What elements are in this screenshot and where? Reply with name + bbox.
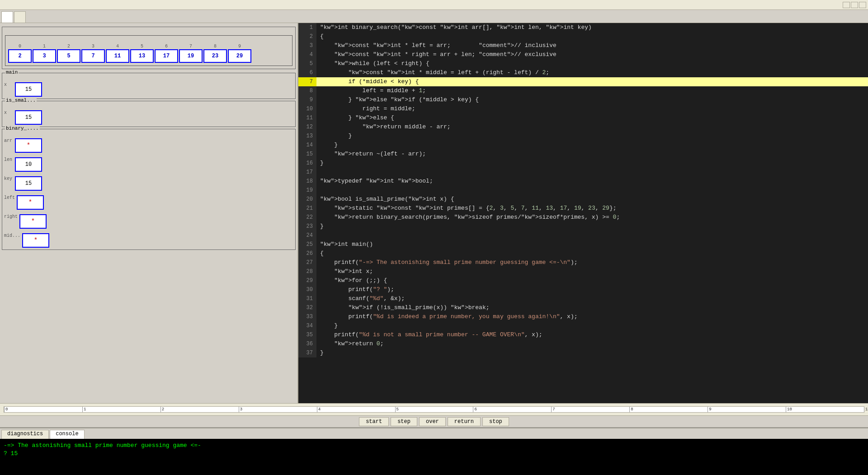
code-line-33: 33 printf("%d is indeed a prime number, … bbox=[298, 312, 868, 321]
var-box-len: 10 bbox=[15, 157, 42, 172]
prime-cell-1: 13 bbox=[33, 44, 56, 63]
var-row-left: left * bbox=[4, 195, 293, 210]
var-box-left: * bbox=[17, 195, 44, 210]
line-content-23: } bbox=[316, 222, 324, 231]
code-line-12: 12 "kw">return middle - arr; bbox=[298, 122, 868, 132]
code-line-28: 28 "kw">int x; bbox=[298, 267, 868, 276]
code-panel: 1"kw">int binary_search("kw">const "kw">… bbox=[298, 23, 868, 403]
var-box-mid: * bbox=[22, 233, 49, 248]
line-content-11: } "kw">else { bbox=[316, 113, 394, 122]
code-line-4: 4 "kw">const "kw">int * right = arr + le… bbox=[298, 50, 868, 59]
line-num-29: 29 bbox=[298, 276, 316, 285]
var-box-x-main: 15 bbox=[15, 82, 42, 97]
code-line-2: 2{ bbox=[298, 32, 868, 41]
var-box-arr: * bbox=[15, 138, 42, 153]
console-line-1: ? 15 bbox=[4, 450, 864, 458]
var-row-mid: mid... * bbox=[4, 233, 293, 248]
bottom-tab-console[interactable]: console bbox=[50, 430, 84, 439]
line-num-3: 3 bbox=[298, 41, 316, 50]
line-num-9: 9 bbox=[298, 95, 316, 104]
line-num-25: 25 bbox=[298, 240, 316, 249]
code-area[interactable]: 1"kw">int binary_search("kw">const "kw">… bbox=[298, 23, 868, 403]
line-num-33: 33 bbox=[298, 312, 316, 321]
maximize-button[interactable] bbox=[851, 2, 858, 8]
prime-cell-2: 25 bbox=[57, 44, 80, 63]
line-content-17 bbox=[316, 168, 324, 177]
code-line-21: 21 "kw">static "kw">const "kw">int prime… bbox=[298, 204, 868, 213]
line-content-5: "kw">while (left < right) { bbox=[316, 59, 429, 68]
code-line-17: 17 bbox=[298, 168, 868, 177]
line-content-8: left = middle + 1; bbox=[316, 86, 426, 95]
line-content-37: } bbox=[316, 348, 324, 357]
var-name-len: len bbox=[4, 157, 13, 162]
line-num-5: 5 bbox=[298, 59, 316, 68]
timeline-ruler[interactable]: 01234567891011 bbox=[4, 406, 864, 413]
ruler-tick-9: 9 bbox=[708, 407, 711, 412]
line-content-36: "kw">return 0; bbox=[316, 339, 383, 348]
code-line-31: 31 scanf("%d", &x); bbox=[298, 294, 868, 303]
line-num-31: 31 bbox=[298, 294, 316, 303]
tab-syntax-tree[interactable] bbox=[14, 11, 26, 23]
title-bar-buttons bbox=[843, 2, 866, 8]
line-num-37: 37 bbox=[298, 348, 316, 357]
code-line-29: 29 "kw">for (;;) { bbox=[298, 276, 868, 285]
code-line-1: 1"kw">int binary_search("kw">const "kw">… bbox=[298, 23, 868, 32]
step-button[interactable]: step bbox=[391, 417, 417, 426]
code-line-8: 8 left = middle + 1; bbox=[298, 86, 868, 95]
console-area[interactable]: -=> The astonishing small prime number g… bbox=[0, 439, 868, 475]
line-num-36: 36 bbox=[298, 339, 316, 348]
code-line-16: 16} bbox=[298, 159, 868, 168]
line-num-6: 6 bbox=[298, 68, 316, 77]
tab-memory[interactable] bbox=[1, 11, 13, 23]
over-button[interactable]: over bbox=[419, 417, 446, 426]
close-button[interactable] bbox=[859, 2, 866, 8]
code-line-14: 14 } bbox=[298, 141, 868, 150]
line-content-13: } bbox=[316, 132, 352, 141]
return-button[interactable]: return bbox=[448, 417, 481, 426]
ruler-tick-11: 11 bbox=[864, 407, 868, 412]
line-num-35: 35 bbox=[298, 330, 316, 339]
var-row-arr: arr * bbox=[4, 138, 293, 153]
stop-button[interactable]: stop bbox=[482, 417, 509, 426]
line-content-26: { bbox=[316, 249, 324, 258]
line-content-14: } bbox=[316, 141, 338, 150]
start-button[interactable]: start bbox=[359, 417, 389, 426]
line-content-21: "kw">static "kw">const "kw">int primes[]… bbox=[316, 204, 617, 213]
code-line-9: 9 } "kw">else "kw">if (*middle > key) { bbox=[298, 95, 868, 104]
line-content-19 bbox=[316, 186, 324, 195]
line-content-22: "kw">return binary_search(primes, "kw">s… bbox=[316, 213, 620, 222]
line-num-13: 13 bbox=[298, 132, 316, 141]
timeline-bar: 01234567891011 bbox=[0, 403, 868, 416]
var-name-mid: mid... bbox=[4, 233, 20, 238]
primes-box: 02132537411513617719823929 bbox=[5, 35, 292, 66]
frame-binary-label: binary_.... bbox=[5, 126, 40, 131]
ruler-tick-6: 6 bbox=[473, 407, 476, 412]
line-num-30: 30 bbox=[298, 285, 316, 294]
memory-panel: 02132537411513617719823929 main x 15 is_… bbox=[0, 23, 298, 403]
var-name-key: key bbox=[4, 176, 13, 181]
bottom-tab-diagnostics[interactable]: diagnostics bbox=[1, 430, 49, 439]
minimize-button[interactable] bbox=[843, 2, 850, 8]
ruler-tick-2: 2 bbox=[160, 407, 164, 412]
line-content-31: scanf("%d", &x); bbox=[316, 294, 405, 303]
prime-cell-7: 719 bbox=[179, 44, 203, 63]
line-num-27: 27 bbox=[298, 258, 316, 267]
line-num-20: 20 bbox=[298, 195, 316, 204]
ruler-tick-8: 8 bbox=[629, 407, 633, 412]
ruler-tick-3: 3 bbox=[239, 407, 242, 412]
frame-main: main x 15 bbox=[2, 73, 296, 99]
code-line-23: 23} bbox=[298, 222, 868, 231]
code-line-27: 27 printf("-=> The astonishing small pri… bbox=[298, 258, 868, 267]
prime-cell-5: 513 bbox=[130, 44, 154, 63]
frame-is-small: is_smal... x 15 bbox=[2, 101, 296, 127]
line-content-16: } bbox=[316, 159, 324, 168]
code-line-11: 11 } "kw">else { bbox=[298, 113, 868, 122]
line-content-35: printf("%d is not a small prime number -… bbox=[316, 330, 542, 339]
line-content-9: } "kw">else "kw">if (*middle > key) { bbox=[316, 95, 479, 104]
prime-cell-4: 411 bbox=[106, 44, 129, 63]
code-line-26: 26{ bbox=[298, 249, 868, 258]
var-row-key: key 15 bbox=[4, 176, 293, 191]
line-num-21: 21 bbox=[298, 204, 316, 213]
var-row-right: right * bbox=[4, 214, 293, 229]
line-content-29: "kw">for (;;) { bbox=[316, 276, 387, 285]
